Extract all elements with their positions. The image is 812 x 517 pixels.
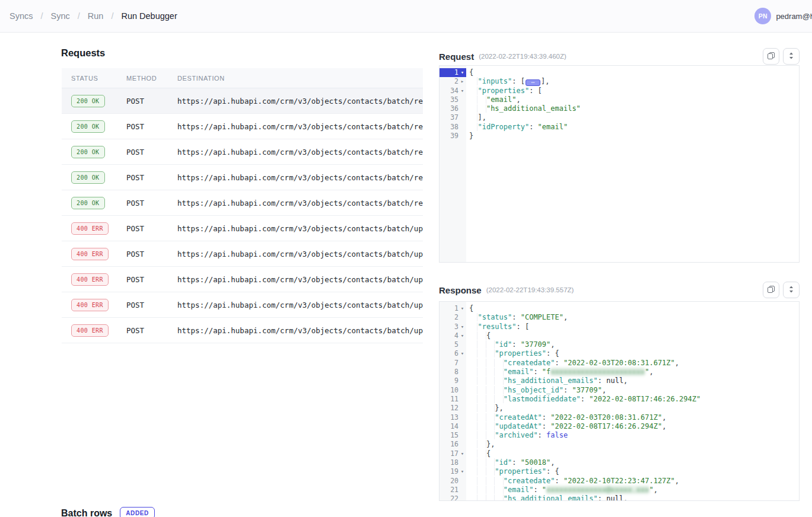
code-token: : xyxy=(563,386,572,394)
fold-open-icon[interactable]: ▾ xyxy=(458,87,466,95)
code-token: , xyxy=(662,422,666,430)
expand-collapse-button[interactable] xyxy=(783,48,800,65)
gutter: 5 xyxy=(440,340,466,349)
request-row[interactable]: 200 OKPOSThttps://api.hubapi.com/crm/v3/… xyxy=(62,165,423,190)
response-panel-title: Response xyxy=(439,285,482,295)
code-token: { xyxy=(469,304,473,312)
fold-open-icon[interactable]: ▾ xyxy=(458,323,466,331)
code-text[interactable]: "createdAt": "2022-02-03T20:08:31.671Z", xyxy=(466,413,666,422)
code-text[interactable]: }, xyxy=(466,440,495,449)
copy-button[interactable] xyxy=(763,48,779,65)
code-text[interactable]: { xyxy=(466,68,473,77)
batch-rows-title: Batch rows xyxy=(61,508,112,517)
code-text[interactable]: "hs_additional_emails" xyxy=(466,104,581,113)
code-token xyxy=(469,386,504,394)
fold-open-icon[interactable]: ▾ xyxy=(458,349,466,358)
column-header-method: METHOD xyxy=(126,75,177,82)
code-text[interactable]: "archived": false xyxy=(466,431,568,440)
code-token: , xyxy=(623,376,628,385)
fold-open-icon[interactable]: ▾ xyxy=(458,68,466,77)
line-number: 37 xyxy=(450,113,458,122)
copy-button[interactable] xyxy=(763,282,779,298)
code-text[interactable]: "hs_object_id": "37709", xyxy=(466,386,606,395)
code-text[interactable]: "hs_additional_emails": null, xyxy=(466,494,628,501)
line-number: 22 xyxy=(450,494,458,501)
code-token: }, xyxy=(495,404,503,412)
folded-code-chip[interactable]: ⋯ xyxy=(526,79,540,86)
user-menu[interactable]: PN pedram@hig xyxy=(754,8,812,24)
code-text[interactable]: } xyxy=(466,132,473,141)
code-token: "hs_additional_emails" xyxy=(504,376,598,385)
breadcrumb-sync[interactable]: Sync xyxy=(51,11,70,21)
request-row[interactable]: 200 OKPOSThttps://api.hubapi.com/crm/v3/… xyxy=(62,114,423,139)
code-text[interactable]: { xyxy=(466,449,491,458)
code-text[interactable]: "properties": { xyxy=(466,349,559,358)
response-code-editor[interactable]: 1▾{2 "status": "COMPLETE",3▾ "results": … xyxy=(439,301,800,501)
code-token: "2022-02-08T17:46:26.294Z" xyxy=(589,395,700,403)
code-line: 38 "idProperty": "email" xyxy=(440,123,799,132)
request-row[interactable]: 200 OKPOSThttps://api.hubapi.com/crm/v3/… xyxy=(62,190,423,216)
status-badge: 400 ERR xyxy=(71,248,109,260)
code-token: , xyxy=(654,486,658,494)
code-text[interactable]: "email": "fxxxxxxxxxxxxxxxxxxxxxx", xyxy=(466,368,654,376)
fold-open-icon[interactable]: ▾ xyxy=(458,449,466,458)
code-text[interactable]: { xyxy=(466,304,473,313)
status-cell: 400 ERR xyxy=(71,222,126,235)
request-row[interactable]: 400 ERRPOSThttps://api.hubapi.com/crm/v3… xyxy=(62,241,423,267)
code-text[interactable]: "status": "COMPLETE", xyxy=(466,313,568,322)
code-token: "createdAt" xyxy=(495,413,542,422)
request-row[interactable]: 400 ERRPOSThttps://api.hubapi.com/crm/v3… xyxy=(62,292,423,318)
code-text[interactable]: "inputs": [⋯], xyxy=(466,77,549,86)
code-text[interactable]: }, xyxy=(466,404,504,413)
code-text[interactable]: ], xyxy=(466,113,486,122)
code-text[interactable]: "createdate": "2022-02-10T22:23:47.127Z"… xyxy=(466,477,679,486)
request-row[interactable]: 400 ERRPOSThttps://api.hubapi.com/crm/v3… xyxy=(62,216,423,241)
code-text[interactable]: "properties": [ xyxy=(466,87,542,95)
code-text[interactable]: "email": "xxxxxxxxxxxxxx@xxxxx.xxx", xyxy=(466,486,658,494)
line-number: 38 xyxy=(450,123,458,132)
avatar[interactable]: PN xyxy=(754,8,771,24)
code-text[interactable]: "properties": { xyxy=(466,467,559,476)
breadcrumb-syncs[interactable]: Syncs xyxy=(9,11,33,21)
status-cell: 200 OK xyxy=(71,146,126,158)
fold-closed-icon[interactable]: ▸ xyxy=(458,77,466,86)
code-token: : xyxy=(533,486,542,494)
code-token xyxy=(469,431,495,439)
code-text[interactable]: "createdate": "2022-02-03T20:08:31.671Z"… xyxy=(466,359,679,368)
request-row[interactable]: 400 ERRPOSThttps://api.hubapi.com/crm/v3… xyxy=(62,267,423,292)
code-line: 22 "hs_additional_emails": null, xyxy=(440,494,799,501)
gutter: 7 xyxy=(440,359,466,368)
expand-collapse-button[interactable] xyxy=(783,282,800,298)
request-code-editor[interactable]: 1▾{2▸ "inputs": [⋯],34▾ "properties": [3… xyxy=(439,65,800,263)
code-text[interactable]: "email", xyxy=(466,95,521,104)
line-number: 14 xyxy=(450,422,458,431)
fold-open-icon[interactable]: ▾ xyxy=(458,331,466,340)
code-text[interactable]: "id": "37709", xyxy=(466,340,555,349)
request-row[interactable]: 200 OKPOSThttps://api.hubapi.com/crm/v3/… xyxy=(62,88,423,114)
request-row[interactable]: 200 OKPOSThttps://api.hubapi.com/crm/v3/… xyxy=(62,139,423,165)
breadcrumb-separator: / xyxy=(78,11,80,21)
code-text[interactable]: { xyxy=(466,331,491,340)
code-token: "hs_additional_emails" xyxy=(486,104,581,113)
breadcrumb-run[interactable]: Run xyxy=(88,11,104,21)
code-text[interactable]: "id": "50018", xyxy=(466,458,555,467)
code-text[interactable]: "results": [ xyxy=(466,323,529,331)
request-row[interactable]: 400 ERRPOSThttps://api.hubapi.com/crm/v3… xyxy=(62,318,423,343)
code-token: { xyxy=(486,449,491,458)
code-text[interactable]: "lastmodifieddate": "2022-02-08T17:46:26… xyxy=(466,395,700,404)
destination-cell: https://api.hubapi.com/crm/v3/objects/co… xyxy=(177,301,423,309)
line-number: 4 xyxy=(454,331,458,340)
gutter: 12 xyxy=(440,404,466,413)
code-token: , xyxy=(675,359,679,367)
code-token: : xyxy=(538,431,546,439)
redacted-text: xxxxxxxxxxxxxxxxxxxxxx xyxy=(550,368,645,376)
code-token: , xyxy=(550,340,555,349)
code-text[interactable]: "idProperty": "email" xyxy=(466,123,568,132)
code-token: "email" xyxy=(504,368,534,376)
status-cell: 200 OK xyxy=(71,120,126,133)
code-text[interactable]: "updatedAt": "2022-02-08T17:46:26.294Z", xyxy=(466,422,666,431)
fold-open-icon[interactable]: ▾ xyxy=(458,304,466,313)
gutter: 39 xyxy=(440,132,466,141)
fold-open-icon[interactable]: ▾ xyxy=(458,467,466,476)
code-text[interactable]: "hs_additional_emails": null, xyxy=(466,376,628,385)
